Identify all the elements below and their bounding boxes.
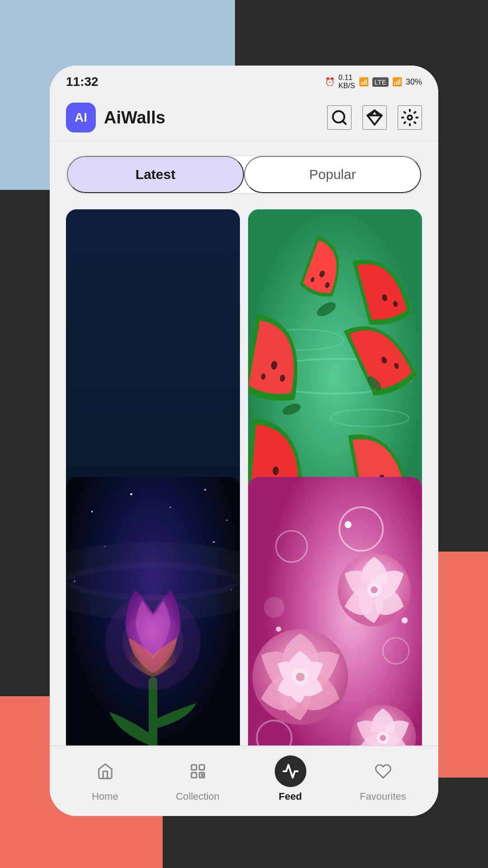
svg-marker-2	[367, 110, 382, 125]
roses-svg	[248, 477, 422, 745]
nav-collection[interactable]: Collection	[151, 755, 244, 802]
svg-point-34	[204, 489, 206, 491]
nav-collection-label: Collection	[176, 791, 220, 802]
wallpaper-grid	[50, 205, 438, 745]
app-brand: AI AiWalls	[66, 103, 165, 132]
phone-frame: 11:32 ⏰ 0.11KB/S 📶 LTE 📶 30% AI AiWalls	[50, 66, 438, 816]
nav-home-label: Home	[92, 791, 118, 802]
wallpaper-roses[interactable]	[248, 477, 422, 745]
wallpaper-tulip[interactable]	[66, 477, 240, 745]
nav-feed[interactable]: Feed	[244, 755, 337, 802]
svg-rect-67	[199, 765, 204, 770]
nav-favourites-label: Favourites	[360, 791, 406, 802]
svg-point-53	[371, 586, 377, 593]
battery-percent: 30%	[406, 77, 422, 87]
header-divider	[50, 141, 438, 142]
svg-point-46	[122, 612, 183, 673]
nav-home[interactable]: Home	[59, 755, 151, 802]
tulip-svg	[66, 477, 240, 745]
diamond-button[interactable]	[362, 105, 387, 130]
nav-feed-label: Feed	[279, 791, 302, 802]
svg-point-32	[130, 493, 132, 495]
collection-icon	[189, 763, 206, 780]
feed-icon	[282, 763, 299, 780]
bottom-nav: Home Collection Feed	[50, 745, 438, 816]
svg-point-35	[226, 519, 228, 521]
svg-point-31	[91, 511, 93, 513]
header-actions	[327, 105, 422, 130]
svg-point-63	[345, 521, 352, 528]
alarm-icon: ⏰	[325, 77, 335, 87]
svg-line-1	[343, 121, 346, 124]
orb-circle	[88, 276, 218, 477]
nav-favourites[interactable]: Favourites	[337, 755, 429, 802]
svg-point-64	[276, 627, 282, 632]
tab-switcher: Latest Popular	[66, 155, 422, 194]
svg-point-6	[408, 115, 412, 120]
svg-point-61	[264, 597, 285, 618]
svg-rect-68	[191, 773, 196, 778]
status-bar: 11:32 ⏰ 0.11KB/S 📶 LTE 📶 30%	[50, 66, 438, 94]
app-title: AiWalls	[104, 108, 165, 127]
heart-icon	[375, 763, 392, 780]
svg-point-56	[380, 735, 386, 741]
diamond-icon	[366, 109, 383, 126]
app-header: AI AiWalls	[50, 94, 438, 141]
svg-point-65	[402, 618, 408, 623]
gear-icon	[401, 109, 418, 126]
search-button[interactable]	[327, 105, 352, 130]
svg-point-37	[213, 541, 215, 543]
home-icon	[97, 763, 114, 780]
status-time: 11:32	[66, 75, 99, 89]
status-icons: ⏰ 0.11KB/S 📶 LTE 📶 30%	[325, 74, 422, 90]
signal-icon: 📶	[392, 77, 402, 87]
tab-latest[interactable]: Latest	[67, 156, 244, 193]
tab-popular[interactable]: Popular	[244, 156, 421, 193]
search-icon	[331, 109, 348, 126]
svg-point-33	[169, 506, 171, 508]
svg-rect-66	[191, 765, 196, 770]
lte-badge: LTE	[372, 77, 389, 87]
data-speed: 0.11KB/S	[338, 74, 355, 90]
app-logo: AI	[66, 103, 96, 132]
settings-button[interactable]	[398, 105, 422, 130]
svg-point-50	[296, 673, 305, 681]
wifi-icon: 📶	[359, 77, 369, 87]
